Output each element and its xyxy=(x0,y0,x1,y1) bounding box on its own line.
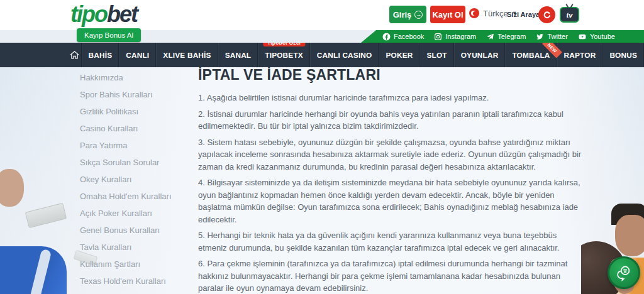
twitter-icon xyxy=(536,33,544,41)
nav-label: XLIVE BAHİS xyxy=(163,51,211,60)
page-title: İPTAL VE İADE ŞARTLARI xyxy=(198,67,587,84)
telegram-icon xyxy=(486,33,494,41)
terms-paragraph-1: 1. Aşağıda belirtilen istisnai durumlar … xyxy=(198,92,587,104)
jersey-stripe xyxy=(24,249,52,294)
social-link-facebook[interactable]: Facebook xyxy=(382,33,424,41)
social-label: Facebook xyxy=(394,33,424,40)
sidebar-item-para-yatirma[interactable]: Para Yatırma xyxy=(80,137,193,154)
login-label: Giriş xyxy=(393,10,412,19)
terms-paragraph-4: 4. Bilgisayar sisteminizde ya da iletişi… xyxy=(198,177,587,226)
nav-label: OYUNLAR xyxy=(461,51,499,60)
nav-item-sanal[interactable]: SANAL xyxy=(218,43,258,67)
nav-label: CANLI CASINO xyxy=(317,51,372,60)
live-support-button[interactable] xyxy=(608,256,640,289)
terms-content: İPTAL VE İADE ŞARTLARI 1. Aşağıda belirt… xyxy=(198,67,587,294)
social-bar-green: Facebook Instagram Telegram Twitter Yout… xyxy=(361,30,644,43)
nav-item-xlive-bahis[interactable]: XLIVE BAHİS xyxy=(156,43,218,67)
register-button[interactable]: Kayıt Ol xyxy=(430,6,465,23)
nav-label: SANAL xyxy=(225,51,252,60)
soccer-player-jersey xyxy=(0,246,67,294)
page: tipobet Giriş → Kayıt Ol Türkçe ▼ Sizi A… xyxy=(0,0,644,294)
main-nav: BAHİS CANLI XLIVE BAHİS SANAL Tipobet Öz… xyxy=(0,43,644,67)
social-link-telegram[interactable]: Telegram xyxy=(486,33,526,41)
sidebar-menu: Hakkımızda Spor Bahis Kuralları Gizlilik… xyxy=(80,69,193,290)
nav-item-bahis[interactable]: BAHİS xyxy=(82,43,119,67)
social-link-instagram[interactable]: Instagram xyxy=(434,33,476,41)
home-nav-button[interactable] xyxy=(68,43,82,67)
nav-label: BONUS xyxy=(609,51,637,60)
turkish-flag-icon xyxy=(469,8,479,18)
sidebar-item-kullanim-sartlari[interactable]: Kullanım Şartları xyxy=(80,256,193,273)
logo-part-dark: bet xyxy=(107,1,137,27)
sidebar-item-gizlilik-politikasi[interactable]: Gizlilik Politikası xyxy=(80,103,193,120)
logo-part-green: tipo xyxy=(70,1,107,27)
register-label: Kayıt Ol xyxy=(432,10,463,19)
player-face xyxy=(615,215,644,256)
nav-item-tombala[interactable]: NEW TOMBALA xyxy=(505,43,557,67)
chat-bubbles-icon xyxy=(615,264,633,281)
tv-channel-button[interactable]: tv xyxy=(560,7,579,23)
terms-paragraph-5: 5. Herhangi bir teknik hata ya da güvenl… xyxy=(198,229,587,254)
social-link-twitter[interactable]: Twitter xyxy=(536,33,567,41)
sidebar-item-sikca-sorulan-sorular[interactable]: Sıkça Sorulan Sorular xyxy=(80,154,193,171)
player-hair xyxy=(611,204,644,225)
nav-label: RAPTOR xyxy=(564,51,596,60)
sidebar-item-okey-kurallari[interactable]: Okey Kuralları xyxy=(80,171,193,188)
nav-item-canli-casino[interactable]: CANLI CASINO xyxy=(310,43,379,67)
lost-bonus-button[interactable]: Kayıp Bonus Al xyxy=(77,28,141,42)
soccer-player-image: et xyxy=(0,134,74,294)
terms-paragraph-2: 2. İstisnai durumlar haricinde herhangi … xyxy=(198,108,587,133)
nav-item-oyunlar[interactable]: OYUNLAR xyxy=(454,43,506,67)
nav-label: BAHİS xyxy=(89,51,113,60)
headset-icon xyxy=(542,10,552,20)
terms-paragraph-6: 6. Para çekme işleminin (tarafınızca ya … xyxy=(198,258,587,294)
sidebar-item-hakkimizda[interactable]: Hakkımızda xyxy=(80,69,193,86)
nav-item-poker[interactable]: POKER xyxy=(379,43,419,67)
sidebar-item-acik-poker-kurallari[interactable]: Açık Poker Kuralları xyxy=(80,205,193,222)
social-link-youtube[interactable]: Youtube xyxy=(578,33,615,41)
sidebar-item-genel-bonus-kurallari[interactable]: Genel Bonus Kuralları xyxy=(80,222,193,239)
social-label: Telegram xyxy=(497,33,526,40)
sidebar-item-omaha-holdem-kurallari[interactable]: Omaha Hold'em Kuralları xyxy=(80,188,193,205)
nav-label: POKER xyxy=(386,51,413,60)
login-arrow-icon: → xyxy=(414,11,423,19)
facebook-icon xyxy=(382,33,391,41)
nav-label: TOMBALA xyxy=(512,51,550,60)
nav-item-raptor[interactable]: RAPTOR xyxy=(557,43,603,67)
youtube-icon xyxy=(578,33,587,41)
header: tipobet Giriş → Kayıt Ol Türkçe ▼ Sizi A… xyxy=(0,0,644,30)
sidebar-item-spor-bahis-kurallari[interactable]: Spor Bahis Kuralları xyxy=(80,86,193,103)
tipobet-logo[interactable]: tipobet xyxy=(70,1,137,28)
nav-item-slot[interactable]: SLOT xyxy=(419,43,453,67)
tv-label: tv xyxy=(567,11,573,19)
nav-item-bonus[interactable]: BONUS xyxy=(602,43,644,67)
instagram-icon xyxy=(434,33,442,41)
home-icon xyxy=(69,50,80,60)
social-label: Youtube xyxy=(590,33,615,40)
nav-label: TIPOBETX xyxy=(265,51,303,60)
sidebar-item-tavla-kurallari[interactable]: Tavla Kuralları xyxy=(80,239,193,256)
nav-item-canli[interactable]: CANLI xyxy=(119,43,156,67)
nav-item-tipobetx[interactable]: Tipobet Özel TIPOBETX xyxy=(258,43,310,67)
language-label: Türkçe xyxy=(483,9,508,18)
social-label: Instagram xyxy=(445,33,476,40)
nav-label: SLOT xyxy=(426,51,447,60)
login-button[interactable]: Giriş → xyxy=(389,6,426,23)
terms-paragraph-3: 3. Sistem hatası sebebiyle, oyununuz düz… xyxy=(198,136,587,173)
nav-label: CANLI xyxy=(126,51,149,60)
sidebar-item-texas-holdem-kurallari[interactable]: Texas Hold'em Kuralları xyxy=(80,273,193,290)
sidebar-item-casino-kurallari[interactable]: Casino Kuralları xyxy=(80,120,193,137)
soccer-player-head xyxy=(0,169,24,207)
call-us-button[interactable] xyxy=(538,6,555,23)
social-label: Twitter xyxy=(547,33,567,40)
